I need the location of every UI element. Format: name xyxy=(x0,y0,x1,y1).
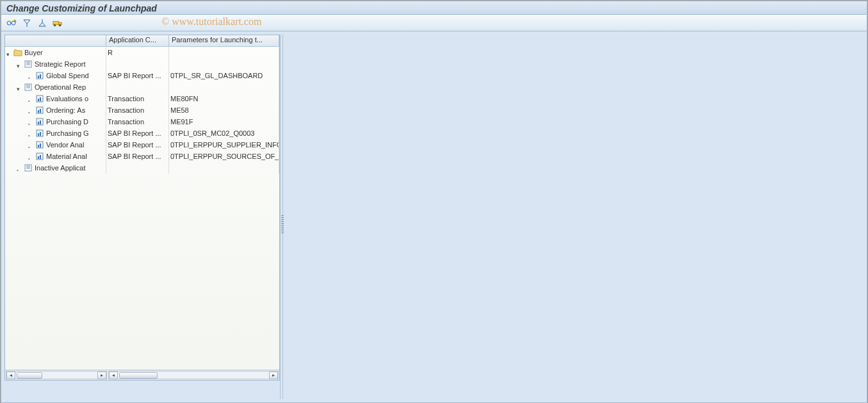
report-icon xyxy=(35,140,44,149)
tree-row[interactable]: Ordering: AsTransactionME58 xyxy=(5,104,279,116)
svg-rect-28 xyxy=(38,122,39,124)
svg-rect-15 xyxy=(38,76,39,78)
expander-open-icon[interactable] xyxy=(17,62,22,67)
column-header-app-category[interactable]: Application C... xyxy=(106,35,169,46)
svg-point-9 xyxy=(59,24,61,26)
expander-open-icon[interactable] xyxy=(6,50,12,56)
window-title: Change Customizing of Launchpad xyxy=(1,1,867,15)
tree-node-label-cell[interactable]: Operational Rep xyxy=(5,81,106,93)
horizontal-scrollbars: ◂ ▸ ◂ ▸ xyxy=(5,370,279,380)
report-icon xyxy=(35,117,44,126)
scrollbar-col1[interactable]: ◂ ▸ xyxy=(6,371,107,379)
leaf-bullet-icon xyxy=(28,142,34,148)
column-header-name[interactable] xyxy=(5,35,106,46)
node-label: Purchasing D xyxy=(46,118,88,126)
app-category-cell: Transaction xyxy=(106,116,169,127)
app-category-cell: SAP BI Report ... xyxy=(106,139,169,151)
app-category-cell xyxy=(106,162,169,174)
node-label: Ordering: As xyxy=(46,106,85,114)
tree-node-label-cell[interactable]: Strategic Report xyxy=(5,58,106,70)
app-category-cell xyxy=(106,58,169,70)
report-icon xyxy=(35,94,44,103)
scrollbar-col-rest[interactable]: ◂ ▸ xyxy=(108,371,279,379)
column-header-parameters[interactable]: Parameters for Launching t... xyxy=(169,35,279,46)
app-category-cell: Transaction xyxy=(106,93,169,104)
leaf-bullet-icon xyxy=(28,131,34,136)
node-label: Inactive Applicat xyxy=(35,164,86,172)
app-category-cell xyxy=(106,81,169,93)
tree-row[interactable]: Evaluations oTransactionME80FN xyxy=(5,93,279,104)
svg-rect-32 xyxy=(40,132,41,136)
report-icon xyxy=(35,129,44,138)
parameters-cell: 0TPLI_ERPPUR_SOURCES_OF_S xyxy=(169,151,279,162)
folder-icon xyxy=(13,48,22,57)
tree-row[interactable]: Material AnalSAP BI Report ...0TPLI_ERPP… xyxy=(5,151,279,162)
page-icon xyxy=(24,163,33,172)
svg-point-1 xyxy=(12,21,15,25)
app-category-cell: SAP BI Report ... xyxy=(106,70,169,81)
report-icon xyxy=(35,106,44,115)
tree-node-label-cell[interactable]: Material Anal xyxy=(5,151,106,162)
svg-rect-25 xyxy=(38,110,39,113)
parameters-cell: 0TPL_SR_GL_DASHBOARD xyxy=(169,70,279,81)
app-category-cell: Transaction xyxy=(106,104,169,116)
svg-point-8 xyxy=(54,24,56,26)
tree-node-label-cell[interactable]: Evaluations o xyxy=(5,93,106,104)
svg-rect-34 xyxy=(38,145,39,147)
tree-node-label-cell[interactable]: Inactive Applicat xyxy=(5,162,106,174)
node-label: Vendor Anal xyxy=(46,141,84,149)
node-label: Operational Rep xyxy=(35,83,86,91)
app-category-cell: SAP BI Report ... xyxy=(106,151,169,162)
tree-panel: Application C... Parameters for Launchin… xyxy=(4,35,280,381)
scroll-thumb[interactable] xyxy=(119,372,158,379)
scroll-right-btn[interactable]: ▸ xyxy=(97,372,106,379)
app-category-cell: SAP BI Report ... xyxy=(106,127,169,139)
parameters-cell: ME91F xyxy=(169,116,279,127)
glasses-pencil-icon[interactable] xyxy=(6,18,17,28)
hand-down-icon[interactable] xyxy=(22,18,32,28)
tree-row[interactable]: Global SpendSAP BI Report ...0TPL_SR_GL_… xyxy=(5,70,279,81)
leaf-bullet-icon xyxy=(28,154,34,160)
tree-body[interactable]: BuyerRStrategic ReportGlobal SpendSAP BI… xyxy=(5,47,279,370)
node-label: Strategic Report xyxy=(35,60,85,68)
scroll-thumb[interactable] xyxy=(17,372,42,379)
node-label: Purchasing G xyxy=(46,129,89,137)
tree-row[interactable]: Purchasing GSAP BI Report ...0TPLI_0SR_M… xyxy=(5,127,279,139)
node-label: Buyer xyxy=(24,49,43,56)
expander-open-icon[interactable] xyxy=(17,85,22,90)
svg-point-0 xyxy=(7,21,11,25)
title-text: Change Customizing of Launchpad xyxy=(6,3,157,13)
tree-node-label-cell[interactable]: Ordering: As xyxy=(5,104,106,116)
scroll-left-btn[interactable]: ◂ xyxy=(109,372,118,379)
node-label: Global Spend xyxy=(46,72,89,79)
leaf-bullet-icon xyxy=(17,165,22,171)
tree-node-label-cell[interactable]: Purchasing D xyxy=(5,116,106,127)
leaf-bullet-icon xyxy=(28,108,34,113)
tree-row[interactable]: Purchasing DTransactionME91F xyxy=(5,116,279,127)
tree-node-label-cell[interactable]: Global Spend xyxy=(5,70,106,81)
scroll-right-btn[interactable]: ▸ xyxy=(269,372,278,379)
parameters-cell xyxy=(169,81,279,93)
parameters-cell: 0TPLI_0SR_MC02_Q0003 xyxy=(169,127,279,139)
tree-row[interactable]: Operational Rep xyxy=(5,81,279,93)
vertical-splitter[interactable] xyxy=(280,35,283,399)
tree-row[interactable]: Strategic Report xyxy=(5,58,279,70)
svg-rect-22 xyxy=(38,99,39,101)
tree-row[interactable]: BuyerR xyxy=(5,47,279,58)
tree-node-label-cell[interactable]: Buyer xyxy=(5,47,106,58)
leaf-bullet-icon xyxy=(28,73,34,79)
tree-node-label-cell[interactable]: Vendor Anal xyxy=(5,139,106,151)
tree-row[interactable]: Inactive Applicat xyxy=(5,162,279,174)
svg-rect-29 xyxy=(40,120,41,124)
parameters-cell xyxy=(169,162,279,174)
scroll-left-btn[interactable]: ◂ xyxy=(6,372,15,379)
svg-rect-35 xyxy=(40,144,41,147)
tree-row[interactable]: Vendor AnalSAP BI Report ...0TPLI_ERPPUR… xyxy=(5,139,279,151)
transport-icon[interactable] xyxy=(53,18,63,28)
parameters-cell: ME58 xyxy=(169,104,279,116)
tree-node-label-cell[interactable]: Purchasing G xyxy=(5,127,106,139)
parameters-cell xyxy=(169,47,279,58)
hand-up-icon[interactable] xyxy=(37,18,47,28)
toolbar: © www.tutorialkart.com xyxy=(1,15,867,31)
svg-rect-26 xyxy=(40,109,41,113)
